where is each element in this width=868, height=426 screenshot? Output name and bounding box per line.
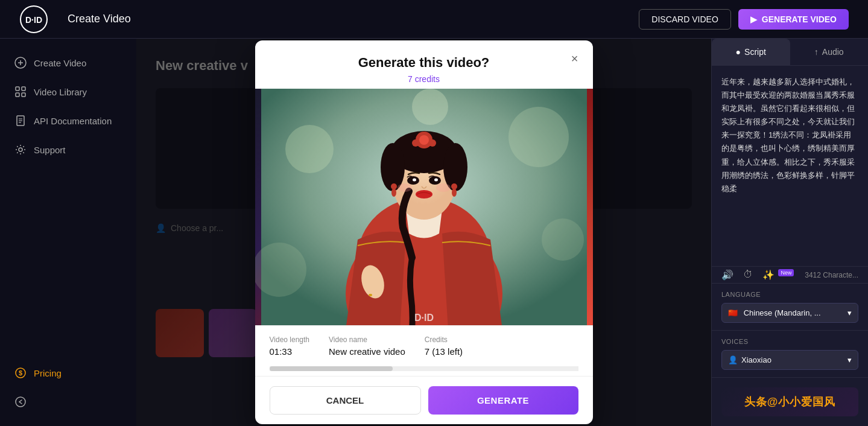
voice-select[interactable]: 👤 Xiaoxiao ▾ [721,350,858,370]
header-actions: DISCARD VIDEO ▶ GENERATE VIDEO [639,9,849,30]
tab-audio[interactable]: ↑ Audio [790,39,869,65]
char-count: 3412 Characte... [805,271,858,279]
video-name-info: Video name New creative video [329,335,405,357]
modal-header: Generate this video? 7 credits × [255,40,593,89]
timer-icon[interactable]: ⏱ [743,269,753,281]
branding-area: 头条@小小爱国风 [712,377,868,426]
svg-rect-46 [369,294,372,296]
svg-point-19 [508,107,569,167]
tab-script[interactable]: ● Script [712,39,790,65]
sidebar-item-api-documentation[interactable]: API Documentation [0,106,136,135]
dollar-icon: $ [14,367,27,379]
page-title: Create Video [68,13,131,25]
branding-text: 头条@小小爱国风 [729,395,851,409]
svg-point-44 [452,188,457,197]
chevron-down-icon: ▾ [847,355,852,364]
sidebar-item-back[interactable] [0,387,136,416]
svg-point-22 [412,89,448,125]
svg-point-42 [391,188,396,197]
svg-rect-5 [16,87,19,91]
modal-overlay: Generate this video? 7 credits × [136,39,711,426]
svg-point-16 [16,397,25,407]
svg-point-38 [416,190,432,199]
svg-point-32 [412,139,419,147]
svg-point-40 [436,183,451,192]
video-length-info: Video length 01:33 [270,335,310,357]
generate-video-button[interactable]: ▶ GENERATE VIDEO [738,9,849,30]
panel-tabs: ● Script ↑ Audio [712,39,868,66]
cancel-button[interactable]: CANCEL [270,386,421,415]
svg-point-31 [419,135,429,145]
sidebar-item-pricing[interactable]: $ Pricing [0,358,136,387]
svg-point-37 [434,179,438,182]
video-preview-svg: D·ID [255,89,593,325]
voice-icon: 👤 [728,355,738,364]
svg-text:$: $ [19,369,22,377]
svg-rect-6 [22,87,25,91]
main-layout: Create Video Video Library [0,39,868,426]
magic-icon[interactable]: ✨ New [762,269,794,281]
chevron-down-icon: ▾ [847,308,852,317]
back-icon [14,396,27,408]
svg-text:D·ID: D·ID [25,15,42,25]
modal-close-button[interactable]: × [566,50,583,67]
svg-point-13 [19,148,22,151]
grid-icon [14,86,27,98]
generate-icon: ▶ [750,14,757,24]
modal-image: D·ID [255,89,593,325]
svg-point-20 [542,218,584,261]
generate-button[interactable]: GENERATE [428,386,578,415]
right-panel: ● Script ↑ Audio 近年来，越来越多新人选择中式婚礼，而其中最受欢… [711,39,868,426]
credits-info: Credits 7 (13 left) [425,335,463,357]
modal-image-container: D·ID [255,89,593,325]
generate-modal: Generate this video? 7 credits × [255,40,593,424]
svg-rect-8 [22,93,25,97]
voices-section: Voices 👤 Xiaoxiao ▾ [712,330,868,377]
svg-text:D·ID: D·ID [414,313,434,323]
modal-credits: 7 credits [270,74,578,84]
svg-point-18 [285,125,334,173]
audio-icon: ↑ [814,47,819,57]
modal-info: Video length 01:33 Video name New creati… [255,325,593,366]
svg-point-33 [429,139,436,147]
file-text-icon [14,115,27,127]
horizontal-scrollbar[interactable] [255,366,593,376]
sidebar-item-support[interactable]: Support [0,135,136,164]
svg-rect-7 [16,93,19,97]
header: D·ID Create Video DISCARD VIDEO ▶ GENERA… [0,0,868,39]
header-left: D·ID Create Video [19,5,131,34]
language-flag: 🇨🇳 [728,308,738,317]
panel-icons: 🔊 ⏱ ✨ New [721,269,794,281]
svg-point-39 [398,183,412,192]
discard-video-button[interactable]: DISCARD VIDEO [639,9,730,30]
settings-icon [14,144,27,156]
language-section: Language 🇨🇳 Chinese (Mandarin, ... ▾ [712,283,868,330]
sidebar-bottom: $ Pricing [0,358,136,416]
content-area: New creative v 👤 Choose a pr... + ADD [136,39,711,426]
script-content: 近年来，越来越多新人选择中式婚礼，而其中最受欢迎的两款婚服当属秀禾服和龙凤褂。虽… [712,66,868,266]
logo-icon: D·ID [19,5,48,34]
script-icon: ● [736,47,741,57]
modal-actions: CANCEL GENERATE [255,376,593,424]
sidebar: Create Video Video Library [0,39,136,426]
sidebar-item-video-library[interactable]: Video Library [0,77,136,106]
svg-point-36 [413,179,416,182]
plus-circle-icon [14,57,27,69]
volume-icon[interactable]: 🔊 [721,269,733,281]
sidebar-item-create-video[interactable]: Create Video [0,48,136,77]
language-select[interactable]: 🇨🇳 Chinese (Mandarin, ... ▾ [721,303,858,323]
modal-title: Generate this video? [270,55,578,71]
